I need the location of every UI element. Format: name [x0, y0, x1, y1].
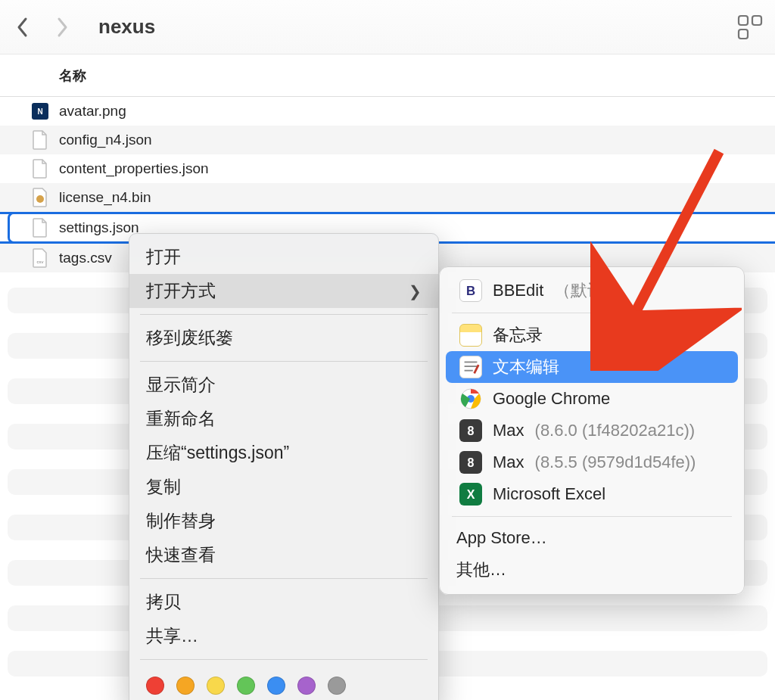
app-label: Google Chrome: [493, 389, 610, 409]
column-header-name[interactable]: 名称: [0, 54, 775, 97]
ctx-rename[interactable]: 重新命名: [129, 402, 438, 436]
ctx-copy[interactable]: 拷贝: [129, 585, 438, 619]
file-name: license_n4.bin: [59, 189, 151, 206]
submenu-app-max-1[interactable]: 8 Max (8.6.0 (1f48202a21c)): [446, 415, 738, 446]
app-label: Microsoft Excel: [493, 484, 605, 504]
forward-button[interactable]: [51, 17, 73, 38]
submenu-app-textedit[interactable]: 文本编辑: [446, 351, 738, 383]
ctx-get-info[interactable]: 显示简介: [129, 368, 438, 402]
tag-color-row: [129, 666, 438, 695]
folder-title: nexus: [98, 15, 155, 39]
file-name: tags.csv: [59, 250, 112, 266]
tag-purple[interactable]: [297, 677, 316, 695]
svg-rect-2: [739, 30, 748, 39]
binary-file-icon: [30, 188, 50, 207]
back-button[interactable]: [12, 17, 33, 38]
ctx-share[interactable]: 共享…: [129, 619, 438, 653]
tag-yellow[interactable]: [207, 677, 225, 695]
separator: [140, 659, 428, 660]
tag-green[interactable]: [237, 677, 255, 695]
blank-file-icon: [30, 218, 50, 238]
open-with-submenu: B BBEdit （默认） 备忘录 文本编辑 Google Chrome 8 M…: [439, 266, 745, 595]
app-label: Max: [493, 421, 524, 440]
app-label: 备忘录: [493, 324, 543, 347]
svg-rect-0: [739, 16, 748, 25]
svg-text:8: 8: [468, 425, 475, 437]
svg-text:N: N: [37, 107, 42, 116]
file-row[interactable]: content_properties.json: [0, 154, 775, 183]
tag-orange[interactable]: [176, 677, 195, 695]
file-name: config_n4.json: [59, 132, 152, 148]
chevron-right-icon: ❯: [409, 282, 422, 300]
ctx-make-alias[interactable]: 制作替身: [129, 504, 438, 538]
ctx-compress[interactable]: 压缩“settings.json”: [129, 436, 438, 470]
separator: [140, 578, 428, 579]
submenu-app-store[interactable]: App Store…: [440, 523, 744, 553]
ctx-quick-look[interactable]: 快速查看: [129, 538, 438, 572]
blank-file-icon: [30, 130, 50, 150]
separator: [140, 314, 428, 315]
submenu-app-bbedit[interactable]: B BBEdit （默认）: [446, 275, 738, 306]
bbedit-icon: B: [459, 279, 482, 302]
app-label: BBEdit: [493, 281, 543, 300]
context-menu: 打开 打开方式 ❯ 移到废纸篓 显示简介 重新命名 压缩“settings.js…: [129, 233, 439, 700]
excel-icon: X: [459, 483, 482, 506]
ctx-duplicate[interactable]: 复制: [129, 470, 438, 504]
ctx-open-with[interactable]: 打开方式 ❯: [129, 274, 438, 308]
file-row[interactable]: N avatar.png: [0, 97, 775, 126]
notes-icon: [459, 324, 482, 347]
app-version: (8.6.0 (1f48202a21c)): [535, 421, 696, 440]
svg-text:B: B: [466, 284, 475, 298]
csv-file-icon: csv: [30, 248, 50, 268]
max-icon: 8: [459, 419, 482, 442]
view-toggle-icon[interactable]: [737, 14, 763, 40]
svg-text:csv: csv: [37, 260, 44, 264]
submenu-app-excel[interactable]: X Microsoft Excel: [446, 478, 738, 510]
chrome-icon: [459, 387, 482, 410]
textedit-icon: [459, 356, 482, 378]
app-version: (8.5.5 (9579d1d54fe)): [535, 453, 696, 472]
max-icon: 8: [459, 451, 482, 474]
file-name: avatar.png: [59, 103, 126, 120]
separator: [452, 516, 732, 517]
file-row[interactable]: license_n4.bin: [0, 183, 775, 212]
image-file-icon: N: [30, 101, 50, 121]
tag-blue[interactable]: [267, 677, 285, 695]
file-row[interactable]: config_n4.json: [0, 126, 775, 154]
separator: [140, 361, 428, 362]
tag-gray[interactable]: [328, 677, 346, 695]
submenu-app-notes[interactable]: 备忘录: [446, 319, 738, 351]
app-label: Max: [493, 453, 524, 472]
svg-text:8: 8: [468, 456, 475, 469]
file-name: content_properties.json: [59, 160, 209, 177]
tag-red[interactable]: [146, 677, 164, 695]
ctx-move-to-trash[interactable]: 移到废纸篓: [129, 321, 438, 355]
submenu-app-chrome[interactable]: Google Chrome: [446, 383, 738, 415]
toolbar: nexus: [0, 0, 775, 54]
ctx-open[interactable]: 打开: [129, 240, 438, 274]
separator: [452, 313, 732, 313]
app-label: 文本编辑: [493, 356, 559, 378]
svg-rect-1: [752, 16, 761, 25]
svg-text:X: X: [467, 488, 475, 501]
svg-point-5: [36, 195, 44, 203]
blank-file-icon: [30, 159, 50, 179]
submenu-other[interactable]: 其他…: [440, 553, 744, 586]
submenu-app-max-2[interactable]: 8 Max (8.5.5 (9579d1d54fe)): [446, 446, 738, 478]
default-suffix: （默认）: [554, 279, 621, 302]
file-name: settings.json: [59, 219, 139, 236]
